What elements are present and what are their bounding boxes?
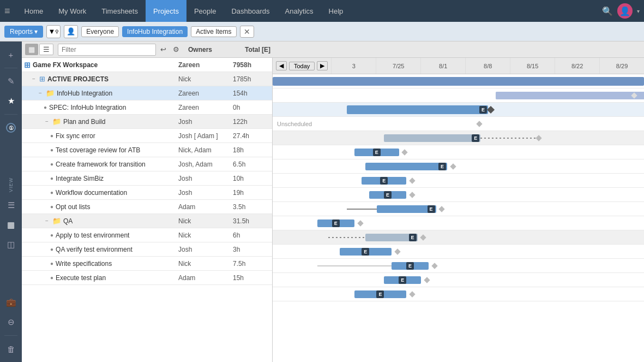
collapse-icon[interactable]: − [31,76,37,82]
total-cell: 18h [228,146,272,154]
total-cell: 19h [228,189,272,197]
reports-button[interactable]: Reports ▾ [4,26,43,38]
table-row[interactable]: ● Write specifications Nick 7.5h [22,257,272,271]
sidebar-box-icon[interactable]: ◫ [2,236,20,253]
date-label-81: 8/1 [420,58,465,74]
table-row[interactable]: ● Create framework for transition Josh, … [22,157,272,171]
owners-cell: Nick [174,260,228,268]
sidebar-divider-2 [4,114,17,115]
bullet-icon: ● [50,260,53,266]
gantt-prev-btn[interactable]: ◀ [276,61,287,70]
table-row[interactable]: − 📁 Plan and Build Josh 122h [22,115,272,129]
task-label: Opt out lists [56,203,90,211]
view-toggles: ▦ ☰ [25,44,53,55]
toolbar-row: ▦ ☰ ↩ ⚙ Owners Total [E] [22,41,644,58]
e-badge: E [479,106,487,114]
nav-items: Home My Work Timesheets Projects People … [17,0,602,22]
infohub-tag[interactable]: InfoHub Integration [122,26,188,37]
collapse-icon[interactable]: − [44,118,50,124]
table-row[interactable]: ● SPEC: InfoHub Integration Zareen 0h [22,100,272,115]
table-row[interactable]: − ⊞ ACTIVE PROJECTS Nick 1785h [22,72,272,86]
bullet-icon: ● [50,133,53,139]
total-cell: 27.4h [228,132,272,140]
bullet-icon: ● [50,232,53,238]
sidebar-minus-circle-icon[interactable]: ⊖ [2,313,20,331]
workspace-icon: ⊞ [24,61,31,69]
e-badge: E [384,191,392,199]
total-cell: 0h [228,104,272,111]
owners-cell: Josh [174,118,228,126]
sidebar-pencil-icon[interactable]: ✎ [2,73,20,90]
table-row[interactable]: ● Fix sync error Josh [ Adam ] 27.4h [22,129,272,143]
owners-cell: Adam [174,203,228,211]
total-cell: 3h [228,246,272,253]
hamburger-icon[interactable]: ≡ [4,5,10,17]
table-row[interactable]: − 📁 QA Nick 31.5h [22,214,272,228]
nav-projects[interactable]: Projects [146,0,186,22]
sidebar-trash-icon[interactable]: 🗑 [2,340,20,358]
owners-cell: Josh [ Adam ] [174,132,228,140]
bullet-icon: ● [50,246,53,252]
gantt-row: Unscheduled [273,117,644,131]
nav-people[interactable]: People [186,0,224,22]
date-label-829: 8/29 [599,58,644,74]
gantt-container: ⊞ Game FX Workspace Zareen 7958h − ⊞ ACT… [22,58,644,362]
collapse-icon[interactable]: − [37,90,44,96]
collapse-icon[interactable]: − [44,218,50,224]
table-row[interactable]: ● Integrate SimBiz Josh 10h [22,171,272,186]
nav-help[interactable]: Help [321,0,351,22]
today-button[interactable]: Today [289,62,315,70]
task-label: Workflow documentation [56,189,127,197]
filter-input[interactable] [58,44,156,56]
sidebar-list-icon[interactable]: ☰ [2,197,20,214]
task-label: SPEC: InfoHub Integration [49,104,126,111]
gantt-rows: E E Unscheduled [273,74,644,362]
table-row[interactable]: ● Workflow documentation Josh 19h [22,186,272,200]
task-label: Create framework for transition [56,161,146,168]
task-label: Integrate SimBiz [56,175,104,182]
everyone-tag[interactable]: Everyone [81,26,119,37]
list-view-btn[interactable]: ☰ [39,44,53,55]
total-cell: 1785h [228,75,272,83]
search-icon[interactable]: 🔍 [602,6,613,16]
task-label: Apply to test environment [56,232,129,239]
sidebar-star-icon[interactable]: ★ [2,92,20,110]
avatar[interactable]: 👤 [617,3,633,19]
date-label-88: 8/8 [465,58,510,74]
sidebar-plus-icon[interactable]: + [2,46,20,63]
user-filter-button[interactable]: 👤 [64,25,78,38]
table-row[interactable]: − 📁 InfoHub Integration Zareen 154h [22,86,272,100]
filter-icon-button[interactable]: ▼⚲ [46,25,61,38]
filter-close-button[interactable]: ✕ [240,26,254,38]
active-items-tag[interactable]: Active Items [191,26,236,37]
notification-badge[interactable]: ① [6,123,16,133]
table-row[interactable]: ● Apply to test environment Nick 6h [22,228,272,242]
settings-icon-btn[interactable]: ⚙ [171,44,182,55]
bullet-icon: ● [44,104,47,110]
owners-header: Owners [184,46,238,54]
sidebar-briefcase-icon[interactable]: 💼 [2,294,20,311]
section-icon: ⊞ [39,75,45,83]
table-row[interactable]: ● Execute test plan Adam 15h [22,271,272,285]
table-row[interactable]: ● QA verify test environment Josh 3h [22,242,272,257]
owners-cell: Josh [174,246,228,253]
nav-mywork[interactable]: My Work [51,0,94,22]
owners-cell: Josh [174,189,228,197]
nav-timesheets[interactable]: Timesheets [94,0,146,22]
table-row[interactable]: ● Test coverage review for ATB Nick, Ada… [22,143,272,157]
table-row[interactable]: ● Opt out lists Adam 3.5h [22,200,272,214]
nav-home[interactable]: Home [17,0,51,22]
gantt-next-btn[interactable]: ▶ [317,61,328,70]
e-badge: E [380,177,388,185]
undo-icon-btn[interactable]: ↩ [158,44,168,55]
bullet-icon: ● [50,189,53,195]
sidebar-grid-icon[interactable]: ▦ [2,216,20,234]
date-label-725: 7/25 [376,58,420,74]
table-view-btn[interactable]: ▦ [25,44,38,55]
top-nav: ≡ Home My Work Timesheets Projects Peopl… [0,0,644,22]
nav-dashboards[interactable]: Dashboards [224,0,277,22]
profile-dropdown-icon[interactable]: ▾ [637,8,640,14]
total-cell: 3.5h [228,203,272,211]
table-row[interactable]: ⊞ Game FX Workspace Zareen 7958h [22,58,272,72]
nav-analytics[interactable]: Analytics [278,0,321,22]
